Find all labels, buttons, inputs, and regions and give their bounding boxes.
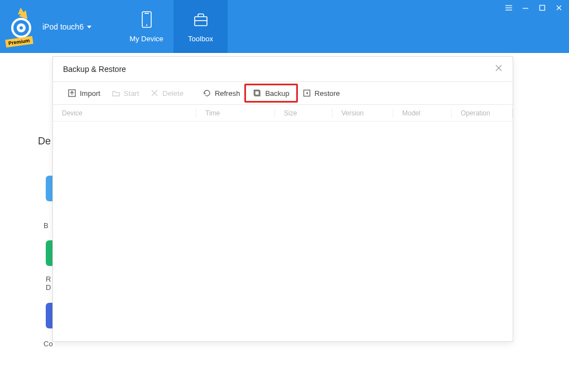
tab-my-device[interactable]: My Device (119, 0, 173, 53)
page-heading-fragment: De (38, 135, 51, 147)
tablet-icon (137, 10, 156, 29)
start-label: Start (124, 89, 139, 98)
dialog-close-button[interactable] (495, 64, 503, 74)
delete-label: Delete (162, 89, 184, 98)
restore-icon (302, 89, 311, 98)
tab-label: My Device (129, 35, 163, 43)
bg-caption-3: Co (44, 340, 53, 348)
import-button[interactable]: Import (62, 85, 106, 101)
svg-point-1 (146, 25, 147, 26)
bg-caption-2: R D (46, 275, 51, 292)
refresh-label: Refresh (215, 89, 240, 98)
tab-toolbox[interactable]: Toolbox (173, 0, 228, 53)
device-name: iPod touch6 (42, 22, 84, 31)
nav-tabs: My Device Toolbox (119, 0, 228, 53)
app-logo: Premium (10, 11, 37, 42)
restore-button[interactable]: Restore (297, 85, 346, 101)
column-model: Model (393, 109, 451, 117)
backup-restore-dialog: Backup & Restore Import Start Delete (52, 56, 513, 342)
device-selector[interactable]: iPod touch6 (42, 22, 91, 31)
column-version: Version (332, 109, 393, 117)
minimize-button[interactable] (521, 3, 530, 12)
close-button[interactable] (554, 3, 563, 12)
dialog-title: Backup & Restore (63, 65, 126, 74)
column-size: Size (275, 109, 332, 117)
backup-icon (253, 89, 262, 98)
import-label: Import (80, 89, 100, 98)
toolbox-icon (191, 10, 210, 29)
refresh-icon (202, 89, 211, 98)
maximize-button[interactable] (538, 3, 547, 12)
column-time: Time (196, 109, 274, 117)
refresh-button[interactable]: Refresh (197, 85, 246, 101)
backup-label: Backup (265, 89, 289, 98)
delete-button: Delete (144, 85, 189, 101)
eye-icon (11, 18, 31, 38)
window-controls (504, 3, 563, 12)
dialog-header: Backup & Restore (53, 57, 513, 81)
logo-area: Premium iPod touch6 (0, 0, 119, 53)
svg-rect-9 (540, 6, 545, 11)
svg-rect-3 (195, 17, 207, 26)
import-icon (67, 89, 76, 98)
bg-caption-1: B (44, 221, 49, 230)
backup-button[interactable]: Backup (244, 84, 297, 103)
app-header: Premium iPod touch6 My Device (0, 0, 569, 53)
table-header: Device Time Size Version Model Operation (53, 105, 513, 122)
folder-icon (112, 89, 120, 98)
delete-icon (150, 89, 159, 98)
column-device: Device (53, 109, 196, 117)
table-body-empty (53, 122, 513, 341)
start-button: Start (106, 85, 144, 101)
menu-icon[interactable] (504, 3, 513, 12)
dialog-toolbar: Import Start Delete Refresh Backup (53, 81, 513, 105)
restore-label: Restore (315, 89, 340, 98)
column-operation: Operation (452, 109, 512, 117)
premium-badge: Premium (5, 36, 33, 47)
tab-label: Toolbox (188, 35, 213, 43)
